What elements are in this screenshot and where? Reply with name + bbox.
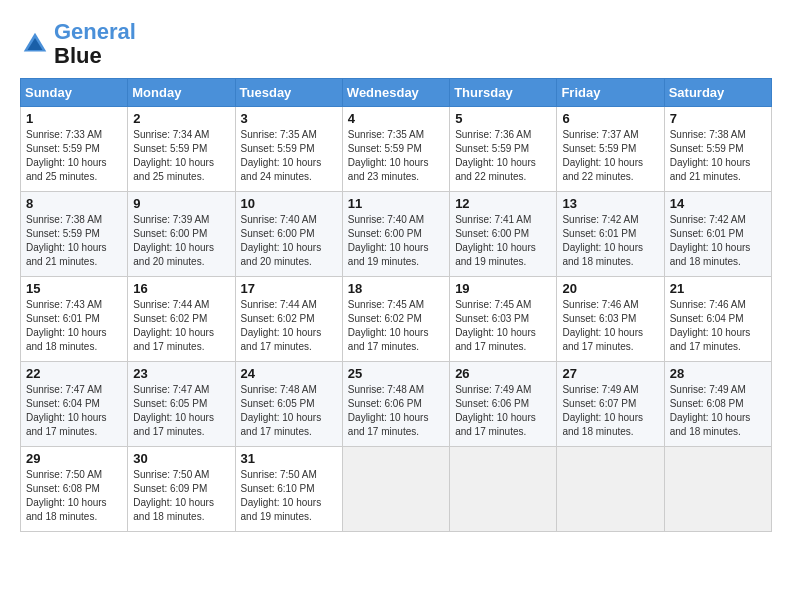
day-info: Sunrise: 7:44 AM Sunset: 6:02 PM Dayligh…: [241, 298, 337, 354]
day-info: Sunrise: 7:38 AM Sunset: 5:59 PM Dayligh…: [26, 213, 122, 269]
day-number: 5: [455, 111, 551, 126]
day-number: 7: [670, 111, 766, 126]
day-number: 24: [241, 366, 337, 381]
calendar-header-tuesday: Tuesday: [235, 79, 342, 107]
day-info: Sunrise: 7:50 AM Sunset: 6:10 PM Dayligh…: [241, 468, 337, 524]
calendar-cell: 16Sunrise: 7:44 AM Sunset: 6:02 PM Dayli…: [128, 277, 235, 362]
day-info: Sunrise: 7:34 AM Sunset: 5:59 PM Dayligh…: [133, 128, 229, 184]
calendar-cell: 6Sunrise: 7:37 AM Sunset: 5:59 PM Daylig…: [557, 107, 664, 192]
day-info: Sunrise: 7:37 AM Sunset: 5:59 PM Dayligh…: [562, 128, 658, 184]
day-number: 4: [348, 111, 444, 126]
day-info: Sunrise: 7:49 AM Sunset: 6:06 PM Dayligh…: [455, 383, 551, 439]
calendar-cell: 21Sunrise: 7:46 AM Sunset: 6:04 PM Dayli…: [664, 277, 771, 362]
day-info: Sunrise: 7:45 AM Sunset: 6:02 PM Dayligh…: [348, 298, 444, 354]
calendar-header-sunday: Sunday: [21, 79, 128, 107]
calendar-header-wednesday: Wednesday: [342, 79, 449, 107]
calendar-cell: 24Sunrise: 7:48 AM Sunset: 6:05 PM Dayli…: [235, 362, 342, 447]
day-info: Sunrise: 7:49 AM Sunset: 6:08 PM Dayligh…: [670, 383, 766, 439]
calendar-week-row: 8Sunrise: 7:38 AM Sunset: 5:59 PM Daylig…: [21, 192, 772, 277]
day-number: 18: [348, 281, 444, 296]
day-number: 22: [26, 366, 122, 381]
day-info: Sunrise: 7:38 AM Sunset: 5:59 PM Dayligh…: [670, 128, 766, 184]
day-number: 11: [348, 196, 444, 211]
day-number: 28: [670, 366, 766, 381]
calendar-cell: 3Sunrise: 7:35 AM Sunset: 5:59 PM Daylig…: [235, 107, 342, 192]
day-number: 27: [562, 366, 658, 381]
calendar-cell: 27Sunrise: 7:49 AM Sunset: 6:07 PM Dayli…: [557, 362, 664, 447]
day-info: Sunrise: 7:46 AM Sunset: 6:04 PM Dayligh…: [670, 298, 766, 354]
calendar-header-thursday: Thursday: [450, 79, 557, 107]
calendar-header-monday: Monday: [128, 79, 235, 107]
calendar-cell: 22Sunrise: 7:47 AM Sunset: 6:04 PM Dayli…: [21, 362, 128, 447]
day-number: 14: [670, 196, 766, 211]
calendar-cell: 13Sunrise: 7:42 AM Sunset: 6:01 PM Dayli…: [557, 192, 664, 277]
day-info: Sunrise: 7:42 AM Sunset: 6:01 PM Dayligh…: [562, 213, 658, 269]
day-number: 8: [26, 196, 122, 211]
calendar-week-row: 15Sunrise: 7:43 AM Sunset: 6:01 PM Dayli…: [21, 277, 772, 362]
day-number: 19: [455, 281, 551, 296]
day-number: 9: [133, 196, 229, 211]
day-info: Sunrise: 7:35 AM Sunset: 5:59 PM Dayligh…: [348, 128, 444, 184]
day-number: 2: [133, 111, 229, 126]
day-info: Sunrise: 7:44 AM Sunset: 6:02 PM Dayligh…: [133, 298, 229, 354]
day-info: Sunrise: 7:39 AM Sunset: 6:00 PM Dayligh…: [133, 213, 229, 269]
day-number: 21: [670, 281, 766, 296]
logo-text: GeneralBlue: [54, 20, 136, 68]
page-header: GeneralBlue: [20, 20, 772, 68]
calendar-cell: 7Sunrise: 7:38 AM Sunset: 5:59 PM Daylig…: [664, 107, 771, 192]
calendar-week-row: 1Sunrise: 7:33 AM Sunset: 5:59 PM Daylig…: [21, 107, 772, 192]
calendar-cell: 12Sunrise: 7:41 AM Sunset: 6:00 PM Dayli…: [450, 192, 557, 277]
day-number: 25: [348, 366, 444, 381]
calendar-cell: [664, 447, 771, 532]
day-number: 3: [241, 111, 337, 126]
calendar-week-row: 29Sunrise: 7:50 AM Sunset: 6:08 PM Dayli…: [21, 447, 772, 532]
calendar-cell: 11Sunrise: 7:40 AM Sunset: 6:00 PM Dayli…: [342, 192, 449, 277]
calendar-cell: 4Sunrise: 7:35 AM Sunset: 5:59 PM Daylig…: [342, 107, 449, 192]
calendar-cell: 28Sunrise: 7:49 AM Sunset: 6:08 PM Dayli…: [664, 362, 771, 447]
day-info: Sunrise: 7:50 AM Sunset: 6:09 PM Dayligh…: [133, 468, 229, 524]
calendar-cell: 5Sunrise: 7:36 AM Sunset: 5:59 PM Daylig…: [450, 107, 557, 192]
day-info: Sunrise: 7:50 AM Sunset: 6:08 PM Dayligh…: [26, 468, 122, 524]
calendar-cell: 9Sunrise: 7:39 AM Sunset: 6:00 PM Daylig…: [128, 192, 235, 277]
day-number: 6: [562, 111, 658, 126]
day-number: 30: [133, 451, 229, 466]
day-number: 15: [26, 281, 122, 296]
day-info: Sunrise: 7:48 AM Sunset: 6:05 PM Dayligh…: [241, 383, 337, 439]
day-info: Sunrise: 7:47 AM Sunset: 6:04 PM Dayligh…: [26, 383, 122, 439]
calendar-cell: 25Sunrise: 7:48 AM Sunset: 6:06 PM Dayli…: [342, 362, 449, 447]
calendar-cell: 2Sunrise: 7:34 AM Sunset: 5:59 PM Daylig…: [128, 107, 235, 192]
calendar-cell: 20Sunrise: 7:46 AM Sunset: 6:03 PM Dayli…: [557, 277, 664, 362]
calendar-header-saturday: Saturday: [664, 79, 771, 107]
day-info: Sunrise: 7:35 AM Sunset: 5:59 PM Dayligh…: [241, 128, 337, 184]
calendar-cell: [557, 447, 664, 532]
calendar-cell: 19Sunrise: 7:45 AM Sunset: 6:03 PM Dayli…: [450, 277, 557, 362]
calendar-header-row: SundayMondayTuesdayWednesdayThursdayFrid…: [21, 79, 772, 107]
calendar-cell: 31Sunrise: 7:50 AM Sunset: 6:10 PM Dayli…: [235, 447, 342, 532]
day-number: 26: [455, 366, 551, 381]
calendar-week-row: 22Sunrise: 7:47 AM Sunset: 6:04 PM Dayli…: [21, 362, 772, 447]
day-number: 12: [455, 196, 551, 211]
day-number: 17: [241, 281, 337, 296]
calendar-cell: [342, 447, 449, 532]
calendar-cell: 18Sunrise: 7:45 AM Sunset: 6:02 PM Dayli…: [342, 277, 449, 362]
day-info: Sunrise: 7:46 AM Sunset: 6:03 PM Dayligh…: [562, 298, 658, 354]
day-info: Sunrise: 7:42 AM Sunset: 6:01 PM Dayligh…: [670, 213, 766, 269]
logo: GeneralBlue: [20, 20, 136, 68]
calendar-cell: 30Sunrise: 7:50 AM Sunset: 6:09 PM Dayli…: [128, 447, 235, 532]
day-info: Sunrise: 7:49 AM Sunset: 6:07 PM Dayligh…: [562, 383, 658, 439]
day-number: 23: [133, 366, 229, 381]
day-number: 13: [562, 196, 658, 211]
day-info: Sunrise: 7:41 AM Sunset: 6:00 PM Dayligh…: [455, 213, 551, 269]
day-info: Sunrise: 7:43 AM Sunset: 6:01 PM Dayligh…: [26, 298, 122, 354]
calendar-cell: 15Sunrise: 7:43 AM Sunset: 6:01 PM Dayli…: [21, 277, 128, 362]
calendar: SundayMondayTuesdayWednesdayThursdayFrid…: [20, 78, 772, 532]
day-number: 29: [26, 451, 122, 466]
calendar-cell: 8Sunrise: 7:38 AM Sunset: 5:59 PM Daylig…: [21, 192, 128, 277]
day-number: 10: [241, 196, 337, 211]
calendar-cell: 17Sunrise: 7:44 AM Sunset: 6:02 PM Dayli…: [235, 277, 342, 362]
calendar-header-friday: Friday: [557, 79, 664, 107]
day-number: 1: [26, 111, 122, 126]
calendar-cell: 26Sunrise: 7:49 AM Sunset: 6:06 PM Dayli…: [450, 362, 557, 447]
day-number: 20: [562, 281, 658, 296]
day-info: Sunrise: 7:36 AM Sunset: 5:59 PM Dayligh…: [455, 128, 551, 184]
